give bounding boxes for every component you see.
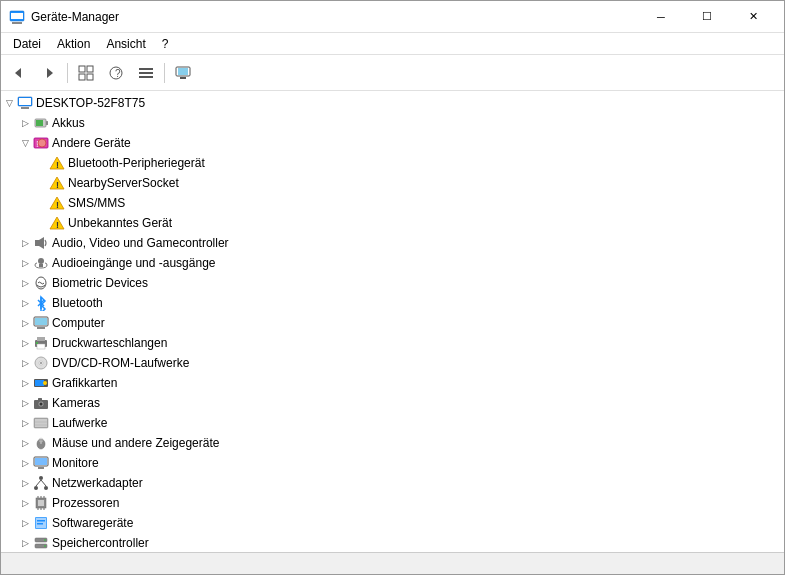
svg-rect-55 — [35, 380, 44, 386]
svg-rect-46 — [37, 327, 45, 329]
laufwerke-toggle[interactable]: ▷ — [17, 415, 33, 431]
tree-item-bluetooth[interactable]: ▷ Bluetooth — [1, 293, 784, 313]
warning-icon-3: ! — [49, 195, 65, 211]
tree-item-dvd[interactable]: ▷ DVD/CD-ROM-Laufwerke — [1, 353, 784, 373]
menu-aktion[interactable]: Aktion — [49, 35, 98, 53]
dvd-icon — [33, 355, 49, 371]
svg-rect-86 — [37, 520, 45, 522]
maeuse-label: Mäuse und andere Zeigegeräte — [52, 436, 219, 450]
svg-point-56 — [43, 381, 47, 385]
view2-button[interactable]: ? — [102, 59, 130, 87]
svg-text:?: ? — [115, 68, 121, 79]
svg-rect-6 — [87, 66, 93, 72]
menu-help[interactable]: ? — [154, 35, 177, 53]
svg-point-91 — [44, 545, 46, 547]
software-icon — [33, 515, 49, 531]
svg-rect-37 — [39, 264, 43, 267]
svg-rect-21 — [46, 121, 48, 125]
audio-toggle[interactable]: ▷ — [17, 235, 33, 251]
menu-ansicht[interactable]: Ansicht — [98, 35, 153, 53]
svg-marker-3 — [15, 68, 21, 78]
grafik-toggle[interactable]: ▷ — [17, 375, 33, 391]
root-toggle[interactable]: ▽ — [1, 95, 17, 111]
back-button[interactable] — [5, 59, 33, 87]
speicher-toggle[interactable]: ▷ — [17, 535, 33, 551]
tree-item-laufwerke[interactable]: ▷ Laufwerke — [1, 413, 784, 433]
unbekannt-toggle — [33, 215, 49, 231]
menu-datei[interactable]: Datei — [5, 35, 49, 53]
druck-toggle[interactable]: ▷ — [17, 335, 33, 351]
dvd-toggle[interactable]: ▷ — [17, 355, 33, 371]
tree-item-computer[interactable]: ▷ Computer — [1, 313, 784, 333]
drive-icon — [33, 415, 49, 431]
printer-icon — [33, 335, 49, 351]
akkus-toggle[interactable]: ▷ — [17, 115, 33, 131]
tree-item-druck[interactable]: ▷ Druckwarteschlangen — [1, 333, 784, 353]
akkus-icon — [33, 115, 49, 131]
nearby-label: NearbyServerSocket — [68, 176, 179, 190]
tree-item-grafik[interactable]: ▷ Grafikkarten — [1, 373, 784, 393]
close-button[interactable]: ✕ — [730, 1, 776, 33]
netzwerk-toggle[interactable]: ▷ — [17, 475, 33, 491]
tree-item-monitore[interactable]: ▷ Monitore — [1, 453, 784, 473]
tree-item-akkus[interactable]: ▷ Akkus — [1, 113, 784, 133]
svg-point-53 — [40, 362, 42, 364]
tree-item-biometric[interactable]: ▷ Biometric Devices — [1, 273, 784, 293]
mouse-icon — [33, 435, 49, 451]
tree-item-netzwerk[interactable]: ▷ Netzwerkadapter — [1, 473, 784, 493]
unbekannt-label: Unbekanntes Gerät — [68, 216, 172, 230]
svg-rect-18 — [19, 98, 31, 105]
forward-button[interactable] — [35, 59, 63, 87]
audioeingaenge-toggle[interactable]: ▷ — [17, 255, 33, 271]
bt-periph-toggle — [33, 155, 49, 171]
tree-item-kameras[interactable]: ▷ Kameras — [1, 393, 784, 413]
app-icon — [9, 9, 25, 25]
tree-root[interactable]: ▽ DESKTOP-52F8T75 — [1, 93, 784, 113]
sms-label: SMS/MMS — [68, 196, 125, 210]
proz-toggle[interactable]: ▷ — [17, 495, 33, 511]
view1-button[interactable] — [72, 59, 100, 87]
tree-item-software[interactable]: ▷ Softwaregeräte — [1, 513, 784, 533]
biometric-toggle[interactable]: ▷ — [17, 275, 33, 291]
monitor-button[interactable] — [169, 59, 197, 87]
svg-rect-15 — [180, 77, 186, 79]
view3-button[interactable] — [132, 59, 160, 87]
tree-item-audio[interactable]: ▷ Audio, Video und Gamecontroller — [1, 233, 784, 253]
svg-rect-62 — [35, 419, 47, 427]
minimize-button[interactable]: ─ — [638, 1, 684, 33]
computer-toggle[interactable]: ▷ — [17, 315, 33, 331]
tree-item-andere-geraete[interactable]: ▽ ! Andere Geräte — [1, 133, 784, 153]
software-toggle[interactable]: ▷ — [17, 515, 33, 531]
computer-icon — [17, 95, 33, 111]
svg-rect-45 — [35, 318, 47, 325]
tree-item-audioeingaenge[interactable]: ▷ Audioeingänge und -ausgänge — [1, 253, 784, 273]
monitor-tree-icon — [33, 455, 49, 471]
bluetooth-toggle[interactable]: ▷ — [17, 295, 33, 311]
svg-text:!: ! — [56, 220, 59, 230]
toolbar-sep-1 — [67, 63, 68, 83]
tree-item-nearby[interactable]: ! NearbyServerSocket — [1, 173, 784, 193]
andere-label: Andere Geräte — [52, 136, 131, 150]
akkus-label: Akkus — [52, 116, 85, 130]
kameras-toggle[interactable]: ▷ — [17, 395, 33, 411]
andere-icon: ! — [33, 135, 49, 151]
monitore-toggle[interactable]: ▷ — [17, 455, 33, 471]
dvd-label: DVD/CD-ROM-Laufwerke — [52, 356, 189, 370]
biometric-icon — [33, 275, 49, 291]
druck-label: Druckwarteschlangen — [52, 336, 167, 350]
warning-icon-2: ! — [49, 175, 65, 191]
tree-item-unbekannt[interactable]: ! Unbekanntes Gerät — [1, 213, 784, 233]
maximize-button[interactable]: ☐ — [684, 1, 730, 33]
svg-rect-48 — [37, 337, 45, 341]
tree-item-maeuse[interactable]: ▷ Mäuse und andere Zeigegeräte — [1, 433, 784, 453]
tree-item-speicher[interactable]: ▷ Speichercontroller — [1, 533, 784, 552]
tree-item-bluetooth-periph[interactable]: ! Bluetooth-Peripheriegerät — [1, 153, 784, 173]
device-tree[interactable]: ▽ DESKTOP-52F8T75 ▷ — [1, 91, 784, 552]
maeuse-toggle[interactable]: ▷ — [17, 435, 33, 451]
svg-rect-1 — [12, 22, 22, 24]
tree-item-prozessoren[interactable]: ▷ Prozessoren — [1, 493, 784, 513]
svg-text:!: ! — [56, 180, 59, 190]
andere-toggle[interactable]: ▽ — [17, 135, 33, 151]
tree-item-sms[interactable]: ! SMS/MMS — [1, 193, 784, 213]
svg-rect-60 — [38, 398, 42, 401]
